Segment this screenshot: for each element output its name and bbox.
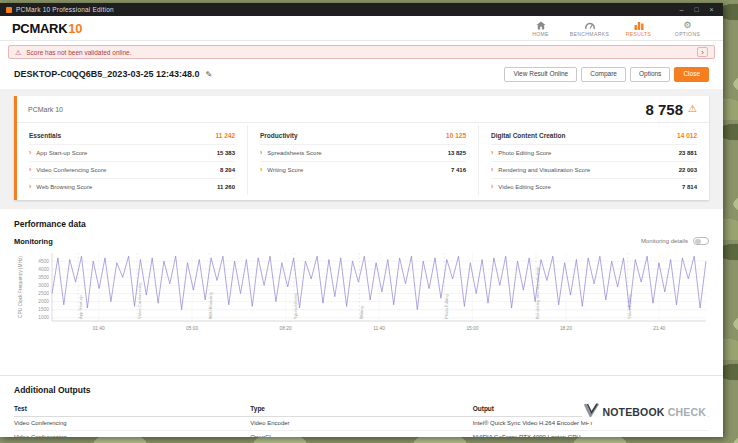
monitoring-chart-svg: 1000150020002500300035004000450001:4005:… — [14, 250, 709, 336]
close-window-button[interactable]: × — [704, 3, 719, 16]
svg-text:Photo Editing: Photo Editing — [444, 293, 449, 319]
column-type: Type — [250, 405, 472, 412]
window-controls: – □ × — [674, 3, 719, 16]
subscore-value: 15 383 — [217, 150, 235, 156]
svg-text:11:40: 11:40 — [373, 326, 385, 331]
chevron-right-icon: › — [260, 149, 262, 156]
score-group-header: Essentials 11 242 — [29, 129, 235, 144]
watermark-text-primary: NOTEBOOK — [602, 406, 664, 418]
svg-text:4500: 4500 — [38, 258, 49, 263]
subscore-row[interactable]: › Video Conferencing Score 8 204 — [29, 161, 235, 178]
view-result-online-button[interactable]: View Result Online — [504, 67, 577, 82]
subscore-name: App Start-up Score — [36, 150, 216, 156]
subscore-value: 7 416 — [451, 167, 466, 173]
svg-text:Video Conferencing: Video Conferencing — [137, 281, 142, 318]
subscore-row[interactable]: › Video Editing Score 7 814 — [491, 178, 697, 195]
cell-output: NVIDIA GeForce RTX 4090 Laptop GPU — [473, 434, 709, 437]
score-group-value: 10 125 — [446, 132, 466, 139]
score-group-value: 14 012 — [677, 132, 697, 139]
monitoring-details-label: Monitoring details — [641, 238, 688, 244]
validation-warning-banner: ⚠ Score has not been validated online. › — [8, 45, 715, 59]
nav-benchmarks[interactable]: BENCHMARKS — [566, 20, 613, 37]
svg-text:App Start-up: App Start-up — [78, 294, 83, 318]
monitoring-row: Monitoring Monitoring details — [0, 235, 723, 250]
score-group-name: Productivity — [260, 132, 298, 139]
pcmark-window: PCMark 10 Professional Edition – □ × PCM… — [0, 3, 723, 437]
score-card: PCMark 10 8 758 ⚠ Essentials 11 242 › Ap… — [14, 96, 709, 200]
svg-text:Spreadsheets: Spreadsheets — [293, 293, 298, 319]
banner-chevron-button[interactable]: › — [697, 47, 708, 57]
svg-text:4000: 4000 — [38, 266, 49, 271]
subscore-value: 13 825 — [448, 150, 466, 156]
score-group: Productivity 10 125 › Spreadsheets Score… — [247, 125, 478, 195]
window-title: PCMark 10 Professional Edition — [16, 6, 114, 13]
svg-text:1000: 1000 — [38, 315, 49, 320]
compare-button[interactable]: Compare — [581, 67, 626, 82]
performance-data-heading: Performance data — [0, 209, 723, 235]
subscore-row[interactable]: › Web Browsing Score 11 260 — [29, 178, 235, 195]
chevron-right-icon: › — [29, 166, 31, 173]
pcmark-logo: PCMARK10 — [12, 21, 82, 36]
subscore-value: 7 814 — [682, 184, 697, 190]
subscore-name: Video Conferencing Score — [36, 167, 220, 173]
chevron-right-icon: › — [491, 166, 493, 173]
titlebar: PCMark 10 Professional Edition – □ × — [0, 3, 723, 16]
subscore-value: 11 260 — [217, 184, 235, 190]
orange-accent-bar — [14, 96, 17, 200]
chevron-right-icon: › — [491, 183, 493, 190]
score-section: PCMark 10 8 758 ⚠ Essentials 11 242 › Ap… — [0, 89, 723, 209]
svg-text:08:20: 08:20 — [280, 326, 292, 331]
cell-test: Video Conferencing — [14, 420, 250, 426]
notebookcheck-check-icon — [584, 403, 599, 421]
svg-text:21:40: 21:40 — [653, 326, 665, 331]
app-header: PCMARK10 HOME BENCHMARKS RESULTS ⚙ OPTIO… — [0, 16, 723, 41]
chevron-right-icon: › — [29, 183, 31, 190]
cell-type: Video Encoder — [250, 420, 472, 426]
column-test: Test — [14, 405, 250, 412]
score-group-name: Digital Content Creation — [491, 132, 565, 139]
subscore-row[interactable]: › Writing Score 7 416 — [260, 161, 466, 178]
svg-text:3000: 3000 — [38, 283, 49, 288]
options-gear-icon: ⚙ — [683, 21, 691, 30]
notebookcheck-watermark: NOTEBOOKCHECK — [582, 402, 708, 422]
score-card-header: PCMark 10 8 758 ⚠ — [14, 96, 709, 123]
result-header-bar: DESKTOP-C0QQ6B5_2023-03-25 12:43:48.0 ✎ … — [0, 59, 723, 89]
options-button[interactable]: Options — [630, 67, 670, 82]
app-icon — [6, 7, 12, 13]
score-group-header: Productivity 10 125 — [260, 129, 466, 144]
score-group-header: Digital Content Creation 14 012 — [491, 129, 697, 144]
svg-text:3500: 3500 — [38, 274, 49, 279]
monitoring-chart: 1000150020002500300035004000450001:4005:… — [14, 250, 709, 340]
home-icon — [536, 21, 546, 30]
cell-type: OpenCL — [250, 434, 472, 437]
subscore-row[interactable]: › Rendering and Visualization Score 22 0… — [491, 161, 697, 178]
edit-pencil-icon[interactable]: ✎ — [205, 70, 212, 79]
subscore-value: 8 204 — [220, 167, 235, 173]
benchmarks-icon — [585, 21, 595, 30]
warning-icon: ⚠ — [15, 49, 21, 56]
banner-text: Score has not been validated online. — [26, 49, 131, 56]
nav-results[interactable]: RESULTS — [615, 20, 662, 37]
svg-text:05:00: 05:00 — [186, 326, 198, 331]
minimize-button[interactable]: – — [674, 3, 689, 16]
overall-score: 8 758 — [645, 101, 683, 118]
svg-text:01:40: 01:40 — [93, 326, 105, 331]
close-result-button[interactable]: Close — [674, 67, 709, 82]
nav-options[interactable]: ⚙ OPTIONS — [664, 20, 711, 37]
svg-text:CPU Clock Frequency (MHz): CPU Clock Frequency (MHz) — [18, 255, 23, 317]
result-actions: View Result Online Compare Options Close — [504, 67, 709, 82]
subscore-row[interactable]: › Photo Editing Score 23 881 — [491, 144, 697, 161]
subscore-value: 23 881 — [679, 150, 697, 156]
svg-text:1500: 1500 — [38, 307, 49, 312]
subscore-row[interactable]: › Spreadsheets Score 13 825 — [260, 144, 466, 161]
nav-home[interactable]: HOME — [517, 20, 564, 37]
monitoring-heading: Monitoring — [14, 237, 53, 246]
main-nav: HOME BENCHMARKS RESULTS ⚙ OPTIONS — [517, 20, 711, 37]
subscore-name: Writing Score — [267, 167, 451, 173]
subscore-row[interactable]: › App Start-up Score 15 383 — [29, 144, 235, 161]
monitoring-details-toggle[interactable] — [693, 237, 709, 245]
additional-outputs-heading: Additional Outputs — [0, 376, 723, 395]
maximize-button[interactable]: □ — [689, 3, 704, 16]
logo-accent: 10 — [68, 21, 82, 36]
score-group: Digital Content Creation 14 012 › Photo … — [478, 125, 709, 195]
